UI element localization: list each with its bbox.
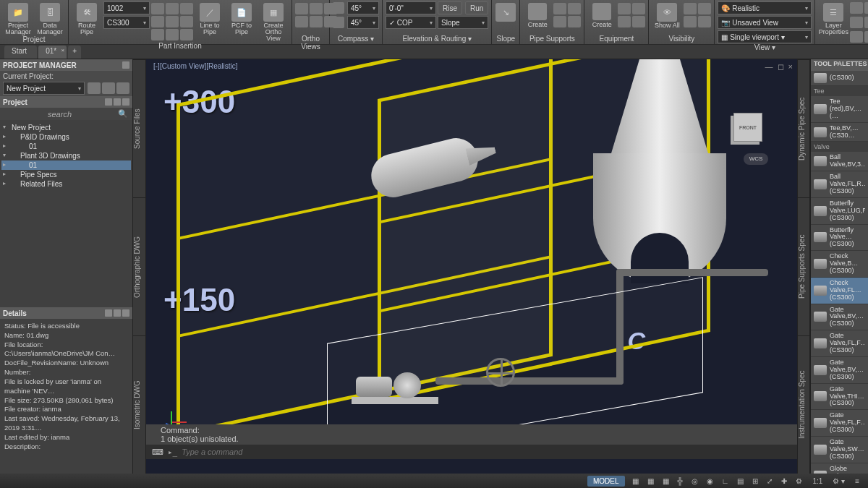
status-menu-button[interactable]: ⚙ ▾ [830,477,848,485]
new-tab-button[interactable]: + [68,46,81,59]
tree-node[interactable]: 01 [1,142,131,151]
palette-item[interactable]: Gate Valve,BV,… (CS300) [811,304,868,331]
current-project-combo[interactable]: New Project [3,82,85,95]
fitting-btn[interactable] [180,16,193,27]
equip-btn[interactable] [632,3,645,14]
palette-item[interactable]: Gate Valve,SW… (CS300) [811,437,868,463]
compass-icon[interactable] [333,17,344,28]
fitting-btn[interactable] [166,29,179,40]
equip-btn[interactable] [618,3,631,14]
tree-node[interactable]: Plant 3D Drawings [1,151,131,160]
layer-properties-button[interactable]: ☰Layer Properties [818,1,848,43]
layer-btn[interactable] [864,31,868,43]
ortho-btn[interactable] [310,16,323,27]
annotation-scale[interactable]: 1:1 [809,477,825,485]
tab-01[interactable]: 01*× [38,46,67,59]
palette-item[interactable]: Gate Valve,BV,… (CS300) [811,357,868,384]
show-all-button[interactable]: 👁Show All [652,1,682,35]
close-icon[interactable]: × [788,62,793,72]
tree-node[interactable]: Pipe Specs [1,170,131,179]
run-button[interactable]: Run [465,1,488,14]
palette-item[interactable]: Gate Valve,FL,F… (CS300) [811,330,868,357]
layer-btn[interactable] [850,17,863,28]
palette-item[interactable]: Check Valve,B… (CS300) [811,251,868,278]
pcf-to-pipe-button[interactable]: 📄PCF to Pipe [226,1,257,42]
status-toggle[interactable]: ⊞ [749,477,761,485]
layer-btn[interactable] [864,17,868,28]
rise-button[interactable]: Rise [438,1,462,14]
close-icon[interactable]: × [61,47,64,53]
slope-combo[interactable]: Slope [438,16,488,29]
palette-item[interactable]: Check Valve,FL… (CS300) [811,278,868,304]
status-toggle[interactable]: ▦ [660,477,672,485]
panel-btn[interactable] [122,61,129,69]
line-to-pipe-button[interactable]: ／Line to Pipe [195,1,225,42]
viewcube-face[interactable]: FRONT [733,113,762,142]
search-bar[interactable]: search🔍 [0,108,132,120]
saved-view-combo[interactable]: 📷 Unsaved View [718,16,812,29]
palette-item[interactable]: Gate Valve,THI… (CS300) [811,384,868,411]
vertical-tab[interactable]: Instrumentation Spec [798,335,809,474]
minimize-icon[interactable]: — [765,62,773,72]
proj-btn[interactable] [116,82,129,94]
panel-label-compass[interactable]: Compass ▾ [333,35,379,44]
fitting-btn[interactable] [151,16,164,27]
status-toggle[interactable]: ⤢ [764,477,775,485]
fitting-btn[interactable] [180,3,193,14]
create-ortho-button[interactable]: ▦Create Ortho View [258,1,289,42]
panel-btn[interactable] [105,309,112,317]
compass-angle-1[interactable]: 45° [347,1,379,14]
viewport-combo[interactable]: ▦ Single viewport ▾ [718,30,812,43]
slope-tool[interactable]: ↘ [495,1,516,35]
vis-btn[interactable] [698,3,711,14]
viewcube[interactable]: FRONT [728,107,768,147]
viewport-controls-label[interactable]: [-][Custom View][Realistic] [153,62,238,70]
create-support-button[interactable]: Create [523,1,552,35]
panel-btn[interactable] [114,309,121,317]
compass-angle-2[interactable]: 45° [347,16,379,29]
vertical-tab[interactable]: Dynamic Pipe Spec [798,59,809,197]
fitting-btn[interactable] [166,16,179,27]
palette-item[interactable]: Ball Valve,FL,R… (CS300) [811,171,868,198]
palette-item[interactable]: Tee,BV,… (CS30… [811,123,868,142]
tree-node[interactable]: Related Files [1,179,131,189]
elevation-field[interactable]: 0'-0" [386,1,436,14]
support-btn[interactable] [568,16,581,27]
cop-combo[interactable]: ✓ COP [386,16,436,29]
command-input[interactable] [182,448,791,456]
vertical-tab[interactable]: Orthographic DWG [133,197,145,335]
maximize-icon[interactable]: ◻ [778,62,784,72]
panel-btn[interactable] [114,98,121,106]
equip-btn[interactable] [618,16,631,27]
proj-btn[interactable] [88,82,101,94]
status-toggle[interactable]: ∟ [719,477,732,485]
data-manager-button[interactable]: 🗄Data Manager [35,1,65,35]
search-icon[interactable]: 🔍 [118,109,128,119]
customize-button[interactable]: ≡ [852,477,862,485]
status-toggle[interactable]: ▦ [644,477,657,485]
spec-combo[interactable]: CS300 [103,16,150,29]
size-combo[interactable]: 1002 [103,1,150,14]
fitting-btn[interactable] [166,3,179,14]
palette-item[interactable]: Tee (red),BV,… (… [811,96,868,123]
create-equipment-button[interactable]: Create [587,1,616,35]
route-pipe-button[interactable]: 🛠Route Pipe [72,1,102,42]
palette-item[interactable]: Ball Valve,BV,3… [811,152,868,171]
status-toggle[interactable]: ◉ [704,477,716,485]
vertical-tab[interactable]: Isometric DWG [133,335,145,474]
panel-btn[interactable] [122,98,129,106]
status-toggle[interactable]: ⚙ [793,477,805,485]
ortho-btn[interactable] [310,3,323,14]
vis-btn[interactable] [698,16,711,27]
viewport-3d[interactable]: [-][Custom View][Realistic] —◻× FRONT WC… [146,59,797,474]
equip-btn[interactable] [632,16,645,27]
layer-btn[interactable] [850,2,863,14]
vis-btn[interactable] [684,16,697,27]
vertical-tab[interactable]: Source Files [133,59,145,197]
proj-btn[interactable] [102,82,115,94]
tree-node[interactable]: 01 [1,160,131,170]
palette-item[interactable]: (CS300) [811,71,868,86]
palette-item[interactable]: Globe Valve,B… (CS300) [811,463,868,474]
panel-btn[interactable] [105,98,112,106]
vis-btn[interactable] [684,3,697,14]
